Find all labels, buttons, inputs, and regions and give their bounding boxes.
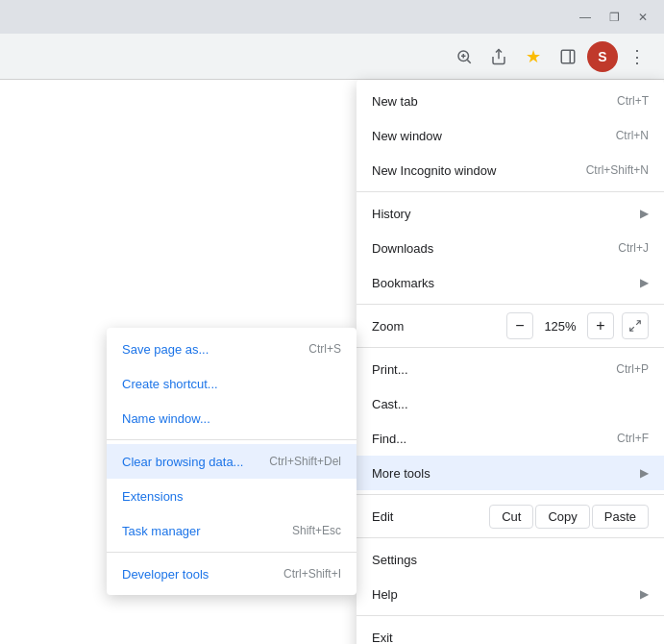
zoom-fullscreen-button[interactable] [622, 312, 649, 339]
edit-actions: Cut Copy Paste [489, 505, 649, 529]
copy-button[interactable]: Copy [535, 505, 589, 529]
submenu-item-create-shortcut-label: Create shortcut... [122, 377, 218, 391]
divider-4 [357, 494, 664, 495]
paste-button[interactable]: Paste [592, 505, 649, 529]
submenu-item-task-manager[interactable]: Task manager Shift+Esc [107, 513, 357, 548]
submenu-item-clear-browsing[interactable]: Clear browsing data... Ctrl+Shift+Del [107, 444, 357, 479]
menu-item-incognito[interactable]: New Incognito window Ctrl+Shift+N [357, 153, 664, 187]
edit-row: Edit Cut Copy Paste [357, 499, 664, 533]
submenu-more-tools: Save page as... Ctrl+S Create shortcut..… [107, 328, 357, 595]
submenu-item-task-manager-shortcut: Shift+Esc [292, 524, 341, 537]
divider-6 [357, 615, 664, 616]
submenu-item-extensions[interactable]: Extensions [107, 479, 357, 513]
menu-item-downloads-label: Downloads [372, 241, 433, 256]
zoom-controls: − 125% + [506, 312, 649, 339]
submenu-item-name-window[interactable]: Name window... [107, 401, 357, 435]
menu-item-incognito-shortcut: Ctrl+Shift+N [586, 163, 649, 177]
menu-item-new-tab-shortcut: Ctrl+T [617, 94, 649, 108]
svg-line-7 [636, 321, 640, 325]
chrome-menu: New tab Ctrl+T New window Ctrl+N New Inc… [357, 80, 664, 644]
menu-item-print-label: Print... [372, 362, 408, 377]
edit-label: Edit [372, 509, 489, 524]
submenu-item-clear-browsing-label: Clear browsing data... [122, 455, 243, 469]
svg-rect-5 [561, 50, 575, 63]
submenu-item-save-page-label: Save page as... [122, 342, 209, 357]
divider-1 [357, 191, 664, 192]
menu-item-cast-label: Cast... [372, 397, 408, 411]
submenu-item-save-page-shortcut: Ctrl+S [308, 342, 341, 356]
svg-line-8 [630, 327, 634, 331]
menu-item-cast[interactable]: Cast... [357, 386, 664, 421]
submenu-item-name-window-label: Name window... [122, 411, 210, 426]
menu-item-history-label: History [372, 207, 410, 221]
divider-5 [357, 537, 664, 538]
menu-item-new-window[interactable]: New window Ctrl+N [357, 118, 664, 153]
share-icon[interactable] [483, 41, 514, 72]
menu-item-new-window-label: New window [372, 129, 442, 143]
menu-item-exit-label: Exit [372, 631, 393, 645]
avatar-label: S [598, 49, 606, 64]
menu-item-help-arrow: ▶ [640, 587, 649, 601]
menu-item-find-label: Find... [372, 432, 406, 446]
menu-item-help-label: Help [372, 587, 398, 602]
menu-item-downloads[interactable]: Downloads Ctrl+J [357, 231, 664, 265]
menu-item-find[interactable]: Find... Ctrl+F [357, 421, 664, 456]
sidebar-icon[interactable] [553, 41, 583, 72]
submenu-item-developer-tools-label: Developer tools [122, 567, 209, 582]
submenu-item-clear-browsing-shortcut: Ctrl+Shift+Del [269, 455, 341, 468]
menu-item-print[interactable]: Print... Ctrl+P [357, 352, 664, 386]
menu-item-print-shortcut: Ctrl+P [616, 362, 649, 376]
submenu-divider-2 [107, 552, 357, 553]
menu-item-new-tab-label: New tab [372, 94, 418, 109]
zoom-plus-button[interactable]: + [587, 312, 614, 339]
menu-item-find-shortcut: Ctrl+F [617, 432, 649, 445]
divider-3 [357, 347, 664, 348]
close-button[interactable]: ✕ [629, 4, 656, 31]
zoom-minus-button[interactable]: − [506, 312, 533, 339]
menu-item-new-window-shortcut: Ctrl+N [616, 129, 649, 142]
menu-item-more-tools-arrow: ▶ [640, 466, 649, 480]
divider-2 [357, 304, 664, 305]
submenu-item-extensions-label: Extensions [122, 489, 184, 504]
submenu-item-task-manager-label: Task manager [122, 524, 201, 538]
submenu-item-create-shortcut[interactable]: Create shortcut... [107, 366, 357, 401]
submenu-item-save-page[interactable]: Save page as... Ctrl+S [107, 332, 357, 366]
title-bar: — ❐ ✕ [0, 0, 664, 34]
menu-item-downloads-shortcut: Ctrl+J [618, 241, 649, 255]
menu-item-new-tab[interactable]: New tab Ctrl+T [357, 84, 664, 118]
menu-item-history-arrow: ▶ [640, 207, 649, 220]
menu-item-history[interactable]: History ▶ [357, 196, 664, 231]
menu-item-settings[interactable]: Settings [357, 542, 664, 577]
menu-item-more-tools[interactable]: More tools ▶ [357, 456, 664, 490]
menu-item-more-tools-label: More tools [372, 466, 430, 481]
zoom-row: Zoom − 125% + [357, 309, 664, 343]
submenu-item-developer-tools[interactable]: Developer tools Ctrl+Shift+I [107, 557, 357, 591]
zoom-icon[interactable] [449, 41, 480, 72]
minimize-icon: — [579, 11, 591, 24]
svg-line-3 [467, 60, 470, 62]
bookmark-icon[interactable]: ★ [518, 41, 549, 72]
restore-button[interactable]: ❐ [601, 4, 627, 31]
minimize-button[interactable]: — [572, 4, 599, 31]
cut-button[interactable]: Cut [489, 505, 533, 529]
menu-icon[interactable]: ⋮ [622, 41, 652, 72]
menu-item-help[interactable]: Help ▶ [357, 577, 664, 611]
close-icon: ✕ [638, 11, 648, 24]
zoom-value: 125% [537, 319, 583, 334]
zoom-label: Zoom [372, 319, 506, 334]
submenu-divider-1 [107, 439, 357, 440]
toolbar: ★ S ⋮ [0, 34, 664, 80]
menu-item-settings-label: Settings [372, 553, 417, 567]
menu-item-bookmarks-label: Bookmarks [372, 276, 434, 290]
menu-item-incognito-label: New Incognito window [372, 163, 496, 178]
menu-item-exit[interactable]: Exit [357, 620, 664, 644]
restore-icon: ❐ [609, 11, 620, 24]
submenu-item-developer-tools-shortcut: Ctrl+Shift+I [283, 567, 341, 581]
profile-avatar[interactable]: S [587, 41, 618, 72]
content-area: New tab Ctrl+T New window Ctrl+N New Inc… [0, 80, 664, 644]
menu-item-bookmarks-arrow: ▶ [640, 276, 649, 289]
menu-item-bookmarks[interactable]: Bookmarks ▶ [357, 265, 664, 300]
